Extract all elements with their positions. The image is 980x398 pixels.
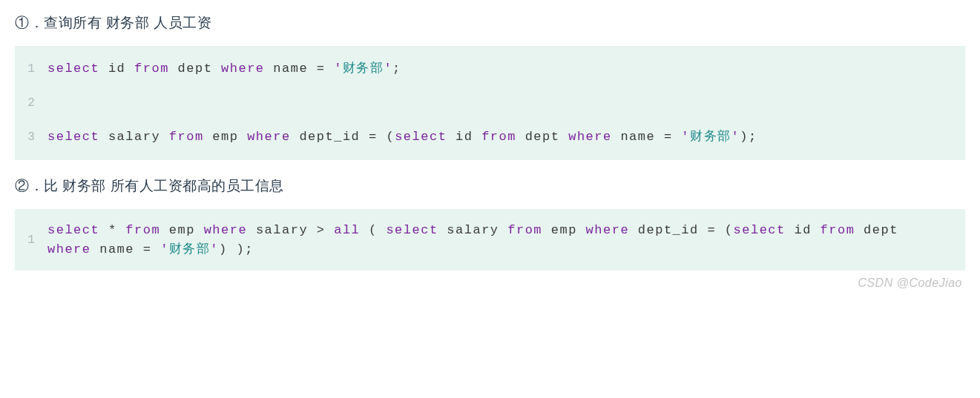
- code-token: (: [386, 130, 395, 144]
- code-token: where: [204, 223, 248, 237]
- code-token: id: [456, 130, 473, 144]
- code-token: name: [620, 130, 655, 144]
- code-token: select: [47, 223, 99, 237]
- code-token: [447, 130, 456, 144]
- code-token: name: [99, 242, 134, 256]
- code-token: =: [707, 223, 716, 237]
- code-token: from: [481, 130, 516, 144]
- code-line: 3select salary from emp where dept_id = …: [15, 120, 965, 154]
- heading-prefix: ①．查询所有: [15, 15, 106, 30]
- code-token: salary: [108, 130, 160, 144]
- code-token: =: [143, 242, 152, 256]
- code-token: dept: [525, 130, 560, 144]
- code-token: ': [210, 242, 219, 256]
- code-content: select id from dept where name = '财务部';: [47, 59, 416, 79]
- code-token: select: [395, 130, 447, 144]
- code-token: emp: [212, 130, 238, 144]
- code-token: [212, 62, 221, 76]
- code-token: [855, 223, 864, 237]
- code-token: select: [386, 223, 438, 237]
- code-token: [99, 62, 108, 76]
- section-heading: ②．比 财务部 所有人工资都高的员工信息: [15, 176, 965, 196]
- code-token: [499, 223, 508, 237]
- code-token: ): [219, 242, 228, 256]
- code-token: 财务部: [690, 130, 731, 144]
- code-token: all: [334, 223, 360, 237]
- code-token: 财务部: [169, 242, 211, 256]
- code-token: [786, 223, 795, 237]
- code-token: salary: [447, 223, 499, 237]
- code-token: ': [160, 242, 169, 256]
- code-block: 1select id from dept where name = '财务部';…: [15, 46, 965, 160]
- code-token: ': [384, 62, 392, 76]
- code-token: [99, 223, 108, 237]
- code-line: 2: [15, 86, 965, 120]
- code-token: [265, 62, 274, 76]
- code-token: [195, 223, 204, 237]
- line-number: 3: [15, 130, 47, 144]
- code-token: where: [247, 130, 291, 144]
- heading-prefix: ②．比: [15, 178, 62, 193]
- line-number: 2: [15, 96, 47, 110]
- code-token: 财务部: [343, 62, 384, 76]
- code-token: [204, 130, 213, 144]
- code-token: (: [369, 223, 378, 237]
- code-token: dept: [178, 62, 213, 76]
- code-token: select: [47, 62, 99, 76]
- code-token: [326, 223, 335, 237]
- code-token: [378, 130, 387, 144]
- code-line: 1select id from dept where name = '财务部';: [15, 52, 965, 86]
- code-token: [247, 223, 256, 237]
- code-token: ': [334, 62, 343, 76]
- code-token: where: [47, 242, 91, 256]
- code-content: select * from emp where salary > all ( s…: [47, 221, 965, 259]
- code-content: select salary from emp where dept_id = (…: [47, 127, 772, 147]
- code-token: [228, 242, 237, 256]
- code-token: emp: [551, 223, 577, 237]
- code-token: [812, 223, 820, 237]
- code-token: where: [568, 130, 612, 144]
- code-token: [542, 223, 551, 237]
- code-token: =: [317, 62, 326, 76]
- code-token: [238, 130, 247, 144]
- section-heading: ①．查询所有 财务部 人员工资: [15, 13, 965, 33]
- code-token: [699, 223, 708, 237]
- code-token: [134, 242, 143, 256]
- code-token: from: [169, 130, 204, 144]
- code-token: [160, 130, 169, 144]
- heading-bold: 财务部: [106, 15, 150, 30]
- code-token: from: [820, 223, 855, 237]
- code-token: >: [317, 223, 326, 237]
- code-token: where: [221, 62, 265, 76]
- code-token: select: [734, 223, 786, 237]
- code-token: ': [731, 130, 740, 144]
- code-token: dept_id: [299, 130, 360, 144]
- code-token: =: [369, 130, 378, 144]
- code-line: 1select * from emp where salary > all ( …: [15, 215, 965, 265]
- code-token: =: [664, 130, 673, 144]
- code-token: [360, 223, 369, 237]
- code-token: [125, 62, 134, 76]
- code-token: [291, 130, 300, 144]
- code-token: dept_id: [638, 223, 699, 237]
- code-token: [716, 223, 725, 237]
- code-token: emp: [169, 223, 195, 237]
- code-token: [438, 223, 447, 237]
- code-token: [516, 130, 525, 144]
- code-token: ): [740, 130, 749, 144]
- heading-suffix: 人员工资: [149, 15, 211, 30]
- code-token: [308, 62, 317, 76]
- code-token: from: [125, 223, 160, 237]
- code-token: [99, 130, 108, 144]
- code-token: where: [586, 223, 630, 237]
- code-token: (: [725, 223, 734, 237]
- code-token: id: [794, 223, 811, 237]
- heading-suffix: 所有人工资都高的员工信息: [106, 178, 284, 193]
- code-token: [577, 223, 586, 237]
- code-token: [308, 223, 317, 237]
- line-number: 1: [15, 62, 47, 76]
- code-token: [559, 130, 568, 144]
- code-token: [151, 242, 160, 256]
- line-number: 1: [15, 233, 47, 247]
- code-token: *: [108, 223, 117, 237]
